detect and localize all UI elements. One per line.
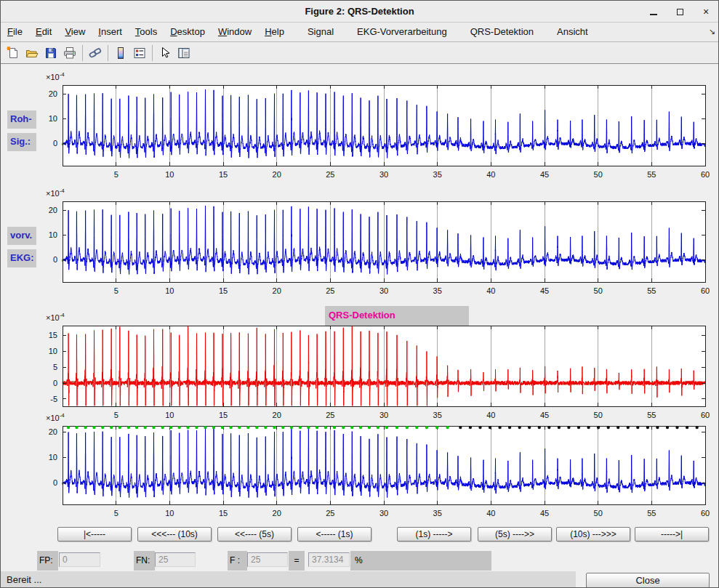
maximize-button[interactable] (672, 4, 688, 20)
plot-detection-result[interactable]: 5101520253035404550556001020×10-4 (1, 414, 719, 520)
menu-desktop[interactable]: Desktop (164, 23, 212, 41)
nav-button-5[interactable]: (5s) ---->> (478, 527, 552, 541)
nav-button-4[interactable]: (1s) -----> (397, 527, 471, 541)
insert-legend-icon[interactable] (130, 44, 149, 62)
f-field[interactable] (247, 552, 288, 567)
svg-text:20: 20 (49, 89, 57, 98)
svg-text:20: 20 (49, 427, 57, 436)
open-file-icon[interactable] (23, 44, 41, 62)
svg-text:10: 10 (49, 453, 57, 462)
nav-button-1[interactable]: <<<--- (10s) (137, 527, 212, 541)
svg-text:×10-4: ×10-4 (46, 72, 65, 81)
menu-edit[interactable]: Edit (29, 23, 58, 41)
raw-signal-label-line2: Sig.: (7, 133, 36, 151)
menu-file[interactable]: File (1, 23, 29, 41)
svg-text:40: 40 (486, 286, 495, 295)
svg-text:×10-4: ×10-4 (46, 414, 65, 422)
menu-tools[interactable]: Tools (129, 23, 164, 41)
preprocessed-label-line2: EKG: (7, 249, 36, 267)
nav-button-6[interactable]: (10s) --->>> (556, 527, 630, 541)
svg-text:25: 25 (326, 170, 334, 179)
fn-label: FN: (134, 551, 155, 571)
svg-text:×10-4: ×10-4 (46, 188, 65, 198)
svg-text:5: 5 (114, 286, 119, 295)
insert-colorbar-icon[interactable] (111, 44, 130, 62)
toolbar-separator (82, 45, 83, 61)
svg-text:50: 50 (594, 509, 603, 517)
svg-text:25: 25 (326, 509, 334, 517)
minimize-button[interactable] (646, 4, 662, 20)
figure-window: Figure 2: QRS-Detektion × FileEditViewIn… (0, 0, 719, 588)
menu-help[interactable]: Help (258, 23, 291, 41)
close-window-button[interactable]: × (698, 4, 714, 20)
close-button[interactable]: Close (586, 573, 710, 588)
new-figure-icon[interactable] (4, 44, 23, 62)
menu-qrs-detektion[interactable]: QRS-Detektion (464, 23, 540, 41)
svg-text:55: 55 (647, 170, 656, 179)
svg-text:50: 50 (594, 170, 603, 179)
menu-ekg-vorverarbeitung[interactable]: EKG-Vorverarbeitung (350, 23, 454, 41)
svg-text:40: 40 (486, 509, 495, 517)
nav-button-0[interactable]: |<----- (57, 527, 132, 541)
toolbar-separator (152, 45, 153, 61)
svg-text:35: 35 (433, 170, 442, 179)
plot-preprocessed-ecg[interactable]: 5101520253035404550556001020×10-4 (1, 188, 719, 299)
svg-text:60: 60 (701, 509, 710, 517)
save-figure-icon[interactable] (41, 44, 60, 62)
svg-text:0: 0 (53, 379, 57, 387)
svg-text:20: 20 (273, 509, 281, 517)
svg-text:15: 15 (219, 509, 228, 517)
fp-label: FP: (37, 551, 58, 571)
fp-field[interactable] (59, 552, 100, 567)
svg-text:5: 5 (114, 509, 119, 517)
status-bar: Bereit ... (1, 571, 576, 588)
raw-signal-label-line1: Roh- (7, 110, 36, 129)
plot-browser-icon[interactable] (174, 44, 193, 62)
menu-ansicht[interactable]: Ansicht (550, 23, 595, 41)
plot-raw-signal[interactable]: 5101520253035404550556001020×10-4 (1, 72, 719, 182)
qrs-detection-plot-title: QRS-Detektion (325, 306, 469, 326)
svg-text:15: 15 (49, 331, 57, 339)
menu-signal[interactable]: Signal (301, 23, 340, 41)
svg-text:40: 40 (486, 170, 495, 179)
svg-text:5: 5 (53, 363, 57, 371)
menu-insert[interactable]: Insert (92, 23, 129, 41)
svg-text:-5: -5 (50, 395, 57, 403)
svg-text:45: 45 (540, 286, 549, 295)
svg-text:60: 60 (701, 286, 710, 295)
toolbar (1, 42, 718, 64)
menu-view[interactable]: View (58, 23, 92, 41)
svg-text:20: 20 (49, 206, 57, 214)
svg-text:10: 10 (49, 347, 57, 355)
svg-text:20: 20 (273, 170, 281, 179)
svg-text:0: 0 (53, 139, 57, 148)
svg-text:20: 20 (273, 286, 281, 295)
svg-text:60: 60 (701, 170, 710, 179)
toolbar-separator (108, 45, 108, 61)
svg-text:45: 45 (540, 170, 549, 179)
svg-text:45: 45 (540, 509, 549, 517)
fn-field[interactable] (155, 552, 196, 567)
svg-text:35: 35 (433, 286, 442, 295)
svg-text:0: 0 (53, 478, 57, 487)
f-label: F : (228, 551, 247, 571)
nav-button-7[interactable]: ----->| (635, 527, 709, 541)
f-percent-field[interactable] (308, 552, 350, 567)
svg-text:30: 30 (379, 170, 388, 179)
svg-text:10: 10 (49, 114, 57, 123)
svg-text:10: 10 (165, 509, 174, 517)
print-figure-icon[interactable] (60, 44, 79, 62)
percent-label: % (350, 551, 491, 571)
menu-overflow-icon[interactable]: ↘ (709, 27, 715, 36)
plot-qrs-filtered[interactable]: 51015202530354045505560-5051015×10-4 (1, 313, 719, 422)
edit-plot-icon[interactable] (156, 44, 174, 62)
equals-label: = (289, 551, 305, 571)
nav-button-3[interactable]: <----- (1s) (297, 527, 371, 541)
menu-window[interactable]: Window (212, 23, 258, 41)
svg-text:35: 35 (433, 509, 442, 517)
nav-button-2[interactable]: <<---- (5s) (217, 527, 292, 541)
svg-text:×10-4: ×10-4 (46, 313, 65, 322)
svg-text:10: 10 (165, 286, 174, 295)
menu-bar: FileEditViewInsertToolsDesktopWindowHelp… (1, 23, 718, 42)
link-plot-icon[interactable] (86, 44, 105, 62)
